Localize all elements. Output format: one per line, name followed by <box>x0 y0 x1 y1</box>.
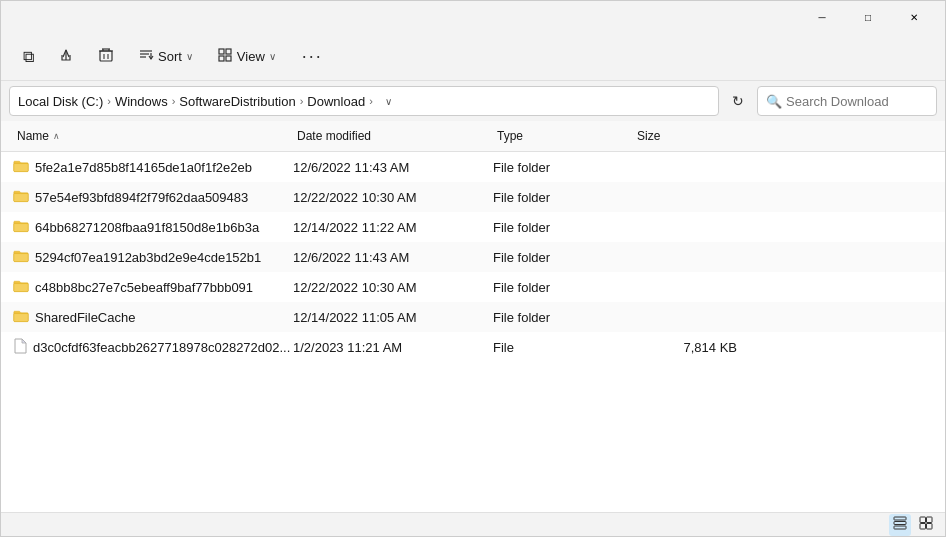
file-name-cell: c48bb8bc27e7c5ebeaff9baf77bbb091 <box>13 278 293 297</box>
file-name-text: 5fe2a1e7d85b8f14165de1a0f1f2e2eb <box>35 160 252 175</box>
breadcrumb-item-download[interactable]: Download <box>307 94 365 109</box>
table-row[interactable]: d3c0cfdf63feacbb2627718978c028272d02...1… <box>1 332 945 362</box>
svg-rect-21 <box>14 313 28 321</box>
file-date-cell: 12/14/2022 11:05 AM <box>293 310 493 325</box>
file-date-cell: 12/22/2022 10:30 AM <box>293 190 493 205</box>
svg-rect-13 <box>226 49 231 54</box>
file-date-cell: 12/14/2022 11:22 AM <box>293 220 493 235</box>
file-name-cell: 5294cf07ea1912ab3bd2e9e4cde152b1 <box>13 248 293 267</box>
list-view-icon <box>893 516 907 533</box>
view-button[interactable]: View ∨ <box>207 41 286 73</box>
search-box[interactable]: 🔍 <box>757 86 937 116</box>
file-size-cell: 7,814 KB <box>633 340 753 355</box>
maximize-button[interactable]: □ <box>845 1 891 33</box>
delete-icon <box>98 47 114 67</box>
col-header-name[interactable]: Name ∧ <box>13 125 293 147</box>
file-icon <box>13 338 27 357</box>
file-list-header: Name ∧ Date modified Type Size <box>1 121 945 152</box>
file-name-cell: 57e54ef93bfd894f2f79f62daa509483 <box>13 188 293 207</box>
file-rows-container: 5fe2a1e7d85b8f14165de1a0f1f2e2eb12/6/202… <box>1 152 945 362</box>
file-name-text: 57e54ef93bfd894f2f79f62daa509483 <box>35 190 248 205</box>
grid-view-button[interactable] <box>915 514 937 536</box>
table-row[interactable]: 57e54ef93bfd894f2f79f62daa50948312/22/20… <box>1 182 945 212</box>
file-type-cell: File folder <box>493 250 633 265</box>
search-icon: 🔍 <box>766 94 782 109</box>
folder-icon <box>13 308 29 327</box>
svg-rect-17 <box>14 193 28 201</box>
col-header-size[interactable]: Size <box>633 125 753 147</box>
name-sort-arrow-icon: ∧ <box>53 131 60 141</box>
table-row[interactable]: 64bb68271208fbaa91f8150d8e1b6b3a12/14/20… <box>1 212 945 242</box>
close-button[interactable]: ✕ <box>891 1 937 33</box>
copy-icon: ⧉ <box>23 48 34 66</box>
svg-rect-12 <box>219 49 224 54</box>
folder-icon <box>13 158 29 177</box>
minimize-button[interactable]: ─ <box>799 1 845 33</box>
folder-icon <box>13 278 29 297</box>
file-date-cell: 1/2/2023 11:21 AM <box>293 340 493 355</box>
file-date-cell: 12/6/2022 11:43 AM <box>293 250 493 265</box>
breadcrumb-sep-4: › <box>369 95 373 107</box>
file-list: Name ∧ Date modified Type Size 5fe2a1e7d… <box>1 121 945 512</box>
col-header-type[interactable]: Type <box>493 125 633 147</box>
svg-rect-26 <box>927 517 933 523</box>
grid-view-icon <box>919 516 933 533</box>
sort-label: Sort <box>158 49 182 64</box>
svg-rect-14 <box>219 56 224 61</box>
toolbar: ⧉ <box>1 33 945 81</box>
svg-rect-22 <box>894 517 906 520</box>
refresh-button[interactable]: ↻ <box>723 86 753 116</box>
file-type-cell: File folder <box>493 160 633 175</box>
svg-rect-15 <box>226 56 231 61</box>
table-row[interactable]: 5fe2a1e7d85b8f14165de1a0f1f2e2eb12/6/202… <box>1 152 945 182</box>
folder-icon <box>13 248 29 267</box>
file-name-cell: d3c0cfdf63feacbb2627718978c028272d02... <box>13 338 293 357</box>
file-name-text: c48bb8bc27e7c5ebeaff9baf77bbb091 <box>35 280 253 295</box>
more-button[interactable]: ··· <box>294 40 331 73</box>
svg-rect-19 <box>14 253 28 261</box>
copy-button[interactable]: ⧉ <box>13 42 44 72</box>
folder-icon <box>13 188 29 207</box>
address-bar: Local Disk (C:) › Windows › SoftwareDist… <box>1 81 945 121</box>
table-row[interactable]: SharedFileCache12/14/2022 11:05 AMFile f… <box>1 302 945 332</box>
file-type-cell: File folder <box>493 310 633 325</box>
title-bar: ─ □ ✕ <box>1 1 945 33</box>
file-name-cell: 64bb68271208fbaa91f8150d8e1b6b3a <box>13 218 293 237</box>
search-input[interactable] <box>786 94 928 109</box>
file-name-text: 5294cf07ea1912ab3bd2e9e4cde152b1 <box>35 250 261 265</box>
svg-rect-16 <box>14 163 28 171</box>
view-chevron-icon: ∨ <box>269 51 276 62</box>
svg-rect-25 <box>920 517 926 523</box>
delete-button[interactable] <box>88 41 124 73</box>
table-row[interactable]: 5294cf07ea1912ab3bd2e9e4cde152b112/6/202… <box>1 242 945 272</box>
sort-chevron-icon: ∨ <box>186 51 193 62</box>
svg-rect-23 <box>894 522 906 525</box>
status-bar <box>1 512 945 536</box>
folder-icon <box>13 218 29 237</box>
file-type-cell: File folder <box>493 190 633 205</box>
breadcrumb-sep-1: › <box>107 95 111 107</box>
list-view-button[interactable] <box>889 514 911 536</box>
sort-icon <box>138 47 154 67</box>
share-button[interactable] <box>48 41 84 73</box>
file-date-cell: 12/22/2022 10:30 AM <box>293 280 493 295</box>
col-header-extra <box>753 125 933 147</box>
view-label: View <box>237 49 265 64</box>
breadcrumb-container[interactable]: Local Disk (C:) › Windows › SoftwareDist… <box>9 86 719 116</box>
file-name-cell: SharedFileCache <box>13 308 293 327</box>
breadcrumb-item-windows[interactable]: Windows <box>115 94 168 109</box>
svg-rect-27 <box>920 524 926 530</box>
file-name-text: d3c0cfdf63feacbb2627718978c028272d02... <box>33 340 290 355</box>
file-type-cell: File folder <box>493 280 633 295</box>
breadcrumb-dropdown-button[interactable]: ∨ <box>377 87 401 115</box>
breadcrumb-item-softwaredistribution[interactable]: SoftwareDistribution <box>179 94 295 109</box>
file-name-text: SharedFileCache <box>35 310 135 325</box>
sort-button[interactable]: Sort ∨ <box>128 41 203 73</box>
table-row[interactable]: c48bb8bc27e7c5ebeaff9baf77bbb09112/22/20… <box>1 272 945 302</box>
col-header-date[interactable]: Date modified <box>293 125 493 147</box>
breadcrumb-item-localcisk[interactable]: Local Disk (C:) <box>18 94 103 109</box>
svg-rect-18 <box>14 223 28 231</box>
file-name-text: 64bb68271208fbaa91f8150d8e1b6b3a <box>35 220 259 235</box>
file-date-cell: 12/6/2022 11:43 AM <box>293 160 493 175</box>
svg-rect-24 <box>894 526 906 529</box>
